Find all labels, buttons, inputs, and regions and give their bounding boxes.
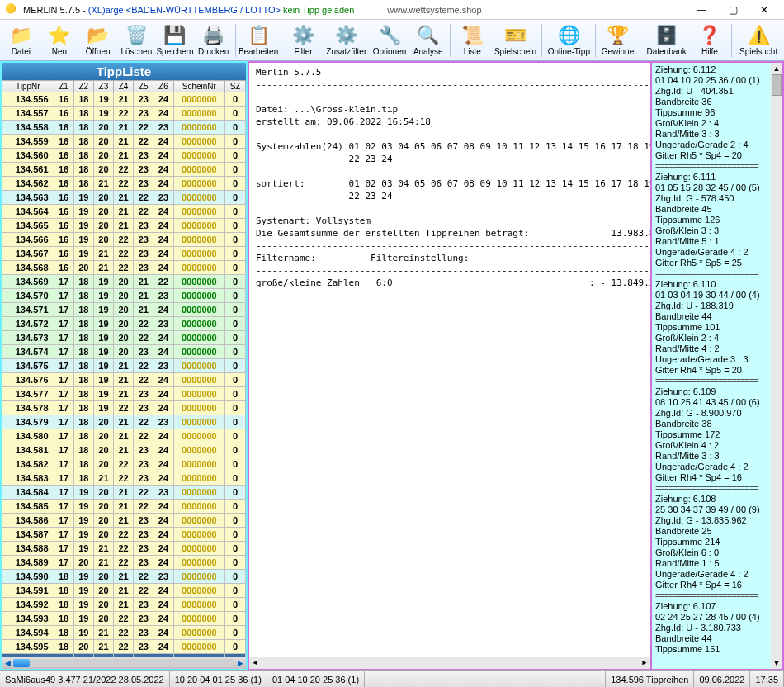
oeffnen-button[interactable]: 📂Öffnen — [78, 21, 117, 60]
scroll-left-icon[interactable]: ◀ — [249, 657, 261, 669]
tipp-row[interactable]: 134.56216182122232400000000 — [2, 177, 246, 191]
hilfe-button[interactable]: ❓Hilfe — [691, 21, 730, 60]
column-header[interactable]: Z3 — [93, 81, 113, 92]
scroll-thumb[interactable] — [772, 74, 782, 96]
toolbar-label: Hilfe — [701, 47, 718, 56]
bearbeiten-button[interactable]: 📋Bearbeiten — [239, 21, 278, 60]
filter-button[interactable]: ⚙️Filter — [284, 21, 323, 60]
scroll-right-icon[interactable]: ▶ — [639, 657, 650, 669]
tipp-row[interactable]: 134.57017181920212300000000 — [2, 289, 246, 303]
ziehung-panel: Ziehung: 6.11201 04 10 20 25 36 / 00 (1)… — [652, 61, 784, 670]
column-header[interactable]: Z6 — [153, 81, 173, 92]
tipp-row[interactable]: 134.57417181920232400000000 — [2, 345, 246, 359]
neu-button[interactable]: ⭐Neu — [40, 21, 79, 60]
tipp-row[interactable]: 134.59318192022232400000000 — [2, 612, 246, 626]
tipp-row[interactable]: 134.58617192021232400000000 — [2, 514, 246, 528]
ziehung-block[interactable]: Ziehung: 6.11201 04 10 20 25 36 / 00 (1)… — [655, 64, 779, 172]
tipp-row[interactable]: 134.58017182021222400000000 — [2, 429, 246, 443]
drucken-icon: 🖨️ — [202, 24, 224, 47]
loeschen-button[interactable]: 🗑️Löschen — [117, 21, 156, 60]
tipp-row[interactable]: 134.57717181921232400000000 — [2, 387, 246, 401]
tipp-row[interactable]: 134.56416192021222400000000 — [2, 205, 246, 219]
speichern-button[interactable]: 💾Speichern — [156, 21, 195, 60]
tipp-row[interactable]: 134.57317181920222400000000 — [2, 331, 246, 345]
spielschein-button[interactable]: 🎫Spielschein — [492, 21, 540, 60]
tipp-row[interactable]: 134.56316192021222300000000 — [2, 191, 246, 205]
tipp-row[interactable]: 134.57117181920212400000000 — [2, 303, 246, 317]
tipp-row[interactable]: 134.55816182021222300000000 — [2, 121, 246, 135]
tipp-row[interactable]: 134.58217182022232400000000 — [2, 457, 246, 471]
ziehung-vscrollbar[interactable]: ▲ ▼ — [771, 63, 782, 669]
toolbar-label: Gewinne — [602, 47, 634, 56]
tipp-row[interactable]: 134.59418192122232400000000 — [2, 626, 246, 640]
tipp-row[interactable]: 134.56016182021232400000000 — [2, 149, 246, 163]
toolbar-label: Online-Tipp — [548, 47, 590, 56]
tipp-row[interactable]: 134.59218192021232400000000 — [2, 598, 246, 612]
ziehung-block[interactable]: Ziehung: 6.10702 24 25 27 28 45 / 00 (4)… — [655, 601, 779, 655]
column-header[interactable]: ScheinNr — [173, 81, 225, 92]
minimize-button[interactable]: ― — [687, 1, 716, 19]
column-header[interactable]: TippNr — [2, 81, 54, 92]
column-header[interactable]: Z5 — [134, 81, 153, 92]
scroll-right-icon[interactable]: ▶ — [234, 657, 246, 669]
scroll-up-icon[interactable]: ▲ — [771, 63, 782, 74]
filter-icon: ⚙️ — [292, 24, 314, 47]
scroll-left-icon[interactable]: ◀ — [2, 657, 13, 669]
tipp-row[interactable]: 134.58817192122232400000000 — [2, 542, 246, 556]
tipp-row[interactable]: 134.59118192021222400000000 — [2, 584, 246, 598]
spielsucht-button[interactable]: ⚠️Spielsucht — [734, 21, 782, 60]
maximize-button[interactable]: ▢ — [718, 1, 748, 19]
tipp-row[interactable]: 134.57617181921222400000000 — [2, 373, 246, 387]
ziehung-block[interactable]: Ziehung: 6.10908 10 25 41 43 45 / 00 (6)… — [655, 386, 779, 494]
tipp-row[interactable]: 134.59018192021222300000000 — [2, 570, 246, 584]
ziehung-block[interactable]: Ziehung: 6.11101 05 15 28 32 45 / 00 (5)… — [655, 172, 779, 279]
tipp-row[interactable]: 134.58917202122232400000000 — [2, 556, 246, 570]
tipp-row[interactable]: 134.58117182021232400000000 — [2, 443, 246, 457]
onlinetipp-button[interactable]: 🌐Online-Tipp — [545, 21, 593, 60]
toolbar-label: Liste — [464, 47, 481, 56]
tipp-row[interactable]: 134.56616192022232400000000 — [2, 233, 246, 247]
scroll-thumb[interactable] — [13, 659, 30, 667]
tipp-row[interactable]: 134.57917182021222300000000 — [2, 415, 246, 429]
gewinne-icon: 🏆 — [607, 24, 629, 47]
tipp-row[interactable]: 134.59518202122232400000000 — [2, 640, 246, 654]
zusatzfilter-button[interactable]: ⚙️Zusatzfilter — [323, 21, 371, 60]
tipp-row[interactable]: 134.56716192122232400000000 — [2, 247, 246, 261]
tipp-row[interactable]: 134.56116182022232400000000 — [2, 163, 246, 177]
drucken-button[interactable]: 🖨️Drucken — [194, 21, 233, 60]
tipp-row[interactable]: 134.57817181922232400000000 — [2, 401, 246, 415]
optionen-icon: 🔧 — [379, 24, 401, 47]
tipp-row[interactable]: 134.55916182021222400000000 — [2, 135, 246, 149]
tipp-row[interactable]: 134.58717192022232400000000 — [2, 528, 246, 542]
tipp-row[interactable]: 134.58517192021222400000000 — [2, 500, 246, 514]
column-header[interactable]: Z2 — [73, 81, 93, 92]
tipp-row[interactable]: 134.56816202122232400000000 — [2, 261, 246, 275]
liste-button[interactable]: 📜Liste — [453, 21, 492, 60]
gewinne-button[interactable]: 🏆Gewinne — [598, 21, 637, 60]
column-header[interactable]: Z1 — [54, 81, 73, 92]
bearbeiten-icon: 📋 — [248, 24, 270, 47]
tipp-row[interactable]: 134.56917181920212200000000 — [2, 275, 246, 289]
tipp-row[interactable]: 134.57517181921222300000000 — [2, 359, 246, 373]
tippliste-table[interactable]: TippNrZ1Z2Z3Z4Z5Z6ScheinNrSZ134.55616181… — [2, 80, 246, 657]
optionen-button[interactable]: 🔧Optionen — [371, 21, 409, 60]
tipp-row[interactable]: 134.57217181920222300000000 — [2, 317, 246, 331]
analyse-button[interactable]: 🔍Analyse — [409, 21, 447, 60]
scroll-down-icon[interactable]: ▼ — [771, 657, 782, 669]
toolbar-label: Neu — [52, 47, 67, 56]
tipp-row[interactable]: 134.55616181921232400000000 — [2, 92, 246, 107]
ziehung-block[interactable]: Ziehung: 6.11001 03 04 19 30 44 / 00 (4)… — [655, 279, 779, 386]
tipp-row[interactable]: 134.55716181922232400000000 — [2, 107, 246, 121]
column-header[interactable]: SZ — [225, 81, 246, 92]
datenbank-button[interactable]: 🗄️Datenbank — [643, 21, 691, 60]
column-header[interactable]: Z4 — [114, 81, 134, 92]
close-button[interactable]: ✕ — [749, 1, 779, 19]
tipp-row[interactable]: 134.58417192021222300000000 — [2, 486, 246, 500]
datei-button[interactable]: 📁Datei — [2, 21, 40, 60]
zusatzfilter-icon: ⚙️ — [335, 24, 357, 47]
tipp-row[interactable]: 134.58317182122232400000000 — [2, 471, 246, 486]
tippliste-hscrollbar[interactable]: ◀ ▶ — [2, 657, 246, 669]
ziehung-block[interactable]: Ziehung: 6.10825 30 34 37 39 49 / 00 (9)… — [655, 494, 779, 601]
tipp-row[interactable]: 134.56516192021232400000000 — [2, 219, 246, 233]
report-hscrollbar[interactable]: ◀ ▶ — [249, 657, 650, 669]
